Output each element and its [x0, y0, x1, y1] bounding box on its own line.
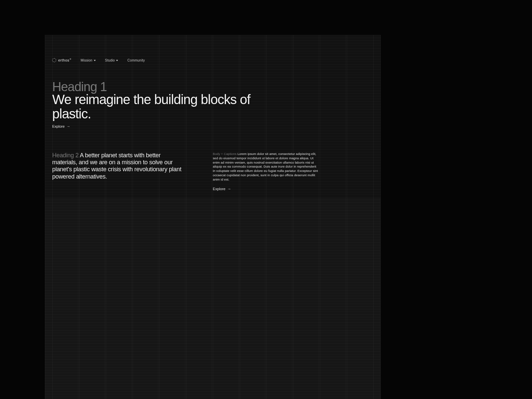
explore-link-label: Explore	[213, 187, 225, 192]
chevron-down-icon	[116, 60, 118, 61]
nav-item-label: Mission	[81, 59, 92, 62]
body-captions-block: Body + Captions Lorem ipsum dolor sit am…	[213, 152, 319, 192]
brand-logo[interactable]: erthos®	[52, 58, 71, 62]
design-canvas: erthos® Mission Studio Community Heading…	[45, 35, 381, 399]
chevron-down-icon	[94, 60, 96, 61]
nav-item-mission[interactable]: Mission	[81, 59, 96, 62]
nav-item-label: Studio	[105, 59, 115, 62]
arrow-right-icon: →	[66, 124, 70, 128]
brand-suffix: ®	[70, 58, 71, 60]
body-captions-label: Body + Captions	[213, 152, 236, 156]
nav-item-label: Community	[127, 59, 145, 62]
brand-logo-mark-icon	[52, 58, 56, 62]
explore-link-hero[interactable]: Explore →	[52, 124, 70, 128]
brand-name: erthos	[58, 58, 69, 62]
explore-link-label: Explore	[52, 124, 65, 128]
heading-2-block: Heading 2 A better planet starts with be…	[52, 152, 185, 180]
arrow-right-icon: →	[227, 186, 231, 191]
body-captions-text: Lorem ipsum dolor sit amet, consectetur …	[213, 152, 318, 181]
grid-lower-shade	[45, 198, 381, 399]
heading-1-text: We reimagine the building blocks of plas…	[52, 92, 258, 121]
nav-item-community[interactable]: Community	[127, 59, 145, 62]
nav-item-studio[interactable]: Studio	[105, 59, 118, 62]
explore-link-body[interactable]: Explore →	[213, 187, 319, 192]
site-nav: erthos® Mission Studio Community	[52, 58, 145, 62]
heading-2-label: Heading 2	[52, 152, 78, 159]
